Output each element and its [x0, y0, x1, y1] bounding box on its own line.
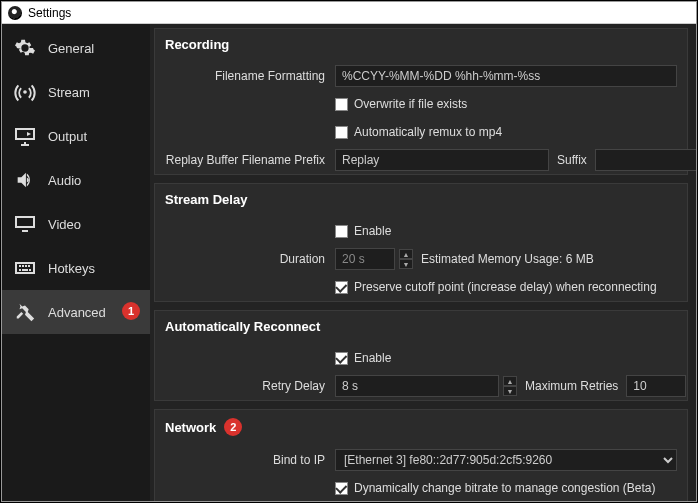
- remux-checkbox[interactable]: Automatically remux to mp4: [335, 125, 502, 139]
- monitor-arrow-icon: [12, 123, 38, 149]
- checkbox-icon: [335, 352, 348, 365]
- sidebar: General Stream Output Audio Video Hotkey…: [2, 24, 150, 501]
- checkbox-label: Dynamically change bitrate to manage con…: [354, 481, 656, 495]
- checkbox-icon: [335, 482, 348, 495]
- checkbox-icon: [335, 98, 348, 111]
- checkbox-icon: [335, 281, 348, 294]
- duration-input[interactable]: [335, 248, 395, 270]
- sidebar-item-hotkeys[interactable]: Hotkeys: [2, 246, 150, 290]
- sidebar-item-label: Output: [48, 129, 87, 144]
- antenna-icon: [12, 79, 38, 105]
- sidebar-item-label: Video: [48, 217, 81, 232]
- checkbox-icon: [335, 225, 348, 238]
- retry-delay-spinner[interactable]: ▲▼: [503, 376, 517, 396]
- group-auto-reconnect: Automatically Reconnect Enable Retry Del…: [154, 310, 688, 401]
- group-title: Recording: [155, 29, 687, 62]
- checkbox-label: Preserve cutoff point (increase delay) w…: [354, 280, 657, 294]
- window-title: Settings: [28, 6, 71, 20]
- label-replay-prefix: Replay Buffer Filename Prefix: [155, 153, 335, 167]
- sidebar-item-label: Stream: [48, 85, 90, 100]
- obs-logo-icon: [8, 6, 22, 20]
- max-retries-input[interactable]: [626, 375, 686, 397]
- duration-spinner[interactable]: ▲▼: [399, 249, 413, 269]
- sidebar-item-video[interactable]: Video: [2, 202, 150, 246]
- reconnect-enable-checkbox[interactable]: Enable: [335, 351, 391, 365]
- sidebar-item-advanced[interactable]: Advanced 1: [2, 290, 150, 334]
- group-stream-delay: Stream Delay Enable Duration ▲▼ Estima: [154, 183, 688, 302]
- spin-down-icon[interactable]: ▼: [399, 259, 413, 269]
- filename-formatting-input[interactable]: [335, 65, 677, 87]
- titlebar: Settings: [2, 2, 696, 24]
- bind-ip-select[interactable]: [Ethernet 3] fe80::2d77:905d:2cf5:9260: [335, 449, 677, 471]
- replay-suffix-input[interactable]: [595, 149, 696, 171]
- sidebar-item-label: Advanced: [48, 305, 106, 320]
- sidebar-item-stream[interactable]: Stream: [2, 70, 150, 114]
- dynamic-bitrate-checkbox[interactable]: Dynamically change bitrate to manage con…: [335, 481, 656, 495]
- label-memory-usage: Estimated Memory Usage: 6 MB: [421, 252, 594, 266]
- spin-up-icon[interactable]: ▲: [399, 249, 413, 259]
- group-title: Stream Delay: [155, 184, 687, 217]
- replay-prefix-input[interactable]: [335, 149, 549, 171]
- sidebar-item-output[interactable]: Output: [2, 114, 150, 158]
- retry-delay-input[interactable]: [335, 375, 499, 397]
- label-filename-formatting: Filename Formatting: [155, 69, 335, 83]
- group-title: Network 2: [155, 410, 687, 446]
- gear-icon: [12, 35, 38, 61]
- annotation-badge-2: 2: [224, 418, 242, 436]
- group-recording: Recording Filename Formatting Overwrite …: [154, 28, 688, 175]
- sidebar-item-label: General: [48, 41, 94, 56]
- checkbox-label: Enable: [354, 224, 391, 238]
- preserve-cutoff-checkbox[interactable]: Preserve cutoff point (increase delay) w…: [335, 280, 657, 294]
- sidebar-item-label: Hotkeys: [48, 261, 95, 276]
- sidebar-item-general[interactable]: General: [2, 26, 150, 70]
- overwrite-checkbox[interactable]: Overwrite if file exists: [335, 97, 467, 111]
- label-suffix: Suffix: [557, 153, 587, 167]
- checkbox-icon: [335, 126, 348, 139]
- main-content: Recording Filename Formatting Overwrite …: [150, 24, 696, 501]
- label-bind-ip: Bind to IP: [155, 453, 335, 467]
- sidebar-item-audio[interactable]: Audio: [2, 158, 150, 202]
- spin-up-icon[interactable]: ▲: [503, 376, 517, 386]
- tools-icon: [12, 299, 38, 325]
- checkbox-label: Enable: [354, 351, 391, 365]
- group-title: Automatically Reconnect: [155, 311, 687, 344]
- group-title-text: Network: [165, 420, 216, 435]
- group-network: Network 2 Bind to IP [Ethernet 3] fe80::…: [154, 409, 688, 501]
- checkbox-label: Automatically remux to mp4: [354, 125, 502, 139]
- label-retry-delay: Retry Delay: [155, 379, 335, 393]
- speaker-icon: [12, 167, 38, 193]
- monitor-icon: [12, 211, 38, 237]
- spin-down-icon[interactable]: ▼: [503, 386, 517, 396]
- label-max-retries: Maximum Retries: [525, 379, 618, 393]
- annotation-badge-1: 1: [122, 302, 140, 320]
- sidebar-item-label: Audio: [48, 173, 81, 188]
- keyboard-icon: [12, 255, 38, 281]
- checkbox-label: Overwrite if file exists: [354, 97, 467, 111]
- label-duration: Duration: [155, 252, 335, 266]
- stream-delay-enable-checkbox[interactable]: Enable: [335, 224, 391, 238]
